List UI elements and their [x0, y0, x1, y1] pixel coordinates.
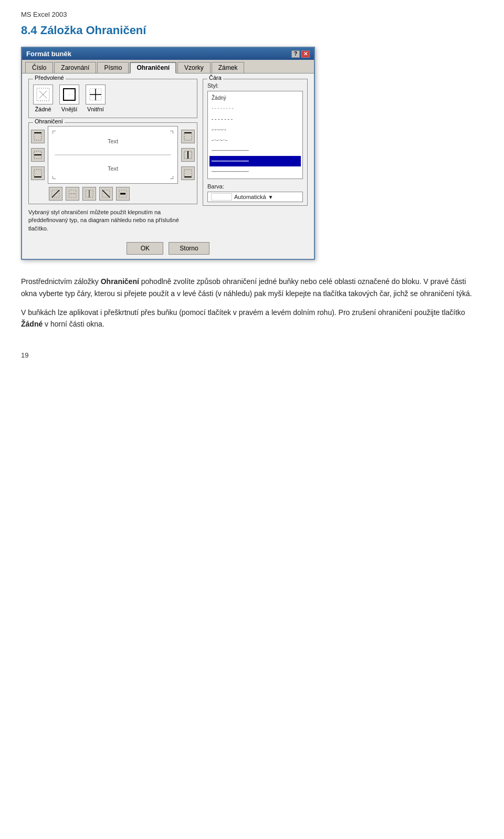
styl-label: Styl: [207, 82, 303, 89]
style-double[interactable]: ────────── [209, 166, 301, 177]
tab-vzorky[interactable]: Vzorky [177, 62, 211, 73]
titlebar-controls: ? ✕ [291, 50, 310, 58]
dialog-content-row: Předvolené [28, 79, 308, 233]
preview-hline [55, 155, 171, 155]
style-zadny[interactable]: Žádný [209, 93, 301, 103]
border-btn-thick[interactable] [116, 187, 130, 201]
dialog-screenshot: Formát buněk ? ✕ Číslo Zarovnání Písmo O… [21, 47, 483, 260]
preset-zadne-icon [33, 85, 53, 104]
preview-text-top: Text [108, 138, 118, 144]
dropdown-arrow-icon: ▼ [268, 194, 274, 200]
preview-text-bottom: Text [108, 165, 118, 172]
border-btn-bottom-right[interactable] [181, 166, 195, 180]
svg-rect-3 [64, 89, 75, 100]
svg-line-31 [102, 190, 110, 197]
barva-label: Barva: [207, 183, 224, 190]
border-btn-diag-tr[interactable] [99, 187, 113, 201]
dialog-body: Předvolené [22, 74, 314, 238]
close-button[interactable]: ✕ [301, 50, 310, 58]
ok-button[interactable]: OK [127, 242, 163, 255]
preset-vnitrni-label: Vnitřní [87, 106, 104, 112]
section-heading: 8.4 Záložka Ohraničení [21, 24, 483, 37]
panel-right: Čára Styl: Žádný · · · · · · · · - - - -… [203, 79, 308, 233]
tab-zamek[interactable]: Zámek [212, 62, 245, 73]
svg-rect-14 [34, 170, 41, 177]
corner-br [170, 176, 173, 179]
dialog-title: Formát buněk [26, 50, 71, 58]
help-button[interactable]: ? [291, 50, 300, 58]
border-btn-dotted[interactable] [66, 187, 79, 201]
predefined-label: Předvolené [33, 75, 66, 81]
tab-zarovnani[interactable]: Zarovnání [54, 62, 96, 73]
svg-rect-9 [34, 133, 41, 140]
ohraniceni-content: Text Text [31, 126, 195, 184]
bottom-border-btns [31, 187, 195, 201]
page-number: 19 [21, 351, 483, 359]
ohraniceni-group-label: Ohraničení [33, 118, 65, 124]
style-dots1[interactable]: · · · · · · · · [209, 103, 301, 114]
note-text: Vybraný styl ohraničení můžete použít kl… [28, 208, 197, 233]
app-title: MS Excel 2003 [21, 11, 483, 18]
color-swatch [211, 193, 232, 201]
style-solid[interactable]: ────────── [209, 145, 301, 156]
color-row: Barva: [207, 183, 303, 190]
right-border-btns [181, 126, 195, 184]
dialog-tabs: Číslo Zarovnání Písmo Ohraničení Vzorky … [22, 60, 314, 74]
style-dashdot[interactable]: -·-·-·-·- [209, 124, 301, 135]
tab-cislo[interactable]: Číslo [25, 62, 53, 73]
preset-vnejsi-icon [59, 85, 79, 104]
tab-ohraniceni[interactable]: Ohraničení [130, 62, 176, 74]
border-btn-top-left[interactable] [31, 130, 45, 143]
border-btn-middle-left[interactable] [31, 148, 45, 162]
border-btn-top-right[interactable] [181, 130, 195, 143]
svg-line-25 [52, 190, 59, 197]
style-thick[interactable]: ══════════ [209, 156, 301, 166]
border-btn-diag-bl[interactable] [49, 187, 62, 201]
dialog-titlebar: Formát buněk ? ✕ [22, 48, 314, 60]
border-preview[interactable]: Text Text [48, 126, 178, 184]
border-btn-outer[interactable] [82, 187, 96, 201]
border-btn-middle-right[interactable] [181, 148, 195, 162]
color-dropdown[interactable]: Automatická ▼ [207, 192, 303, 202]
preset-vnitrni[interactable]: Vnitřní [86, 85, 106, 112]
border-btn-bottom-left[interactable] [31, 166, 45, 180]
preset-vnitrni-icon [86, 85, 106, 104]
bold-zadne: Žádné [21, 320, 43, 328]
cancel-button[interactable]: Storno [169, 242, 209, 255]
bold-ohraniceni: Ohraničení [101, 277, 139, 286]
cara-label: Čára [207, 75, 223, 81]
style-dashdotdot[interactable]: -··-··-··- [209, 135, 301, 145]
svg-rect-21 [184, 170, 192, 177]
corner-bl [52, 176, 56, 179]
preset-vnejsi[interactable]: Vnější [59, 85, 79, 112]
svg-rect-16 [184, 133, 192, 140]
corner-tl [52, 131, 56, 134]
left-border-btns [31, 126, 45, 184]
preset-vnejsi-label: Vnější [61, 106, 78, 112]
predefined-row: Žádné [33, 82, 193, 114]
preset-zadne[interactable]: Žádné [33, 85, 53, 112]
dialog-box: Formát buněk ? ✕ Číslo Zarovnání Písmo O… [21, 47, 315, 260]
cara-group: Čára Styl: Žádný · · · · · · · · - - - -… [203, 79, 308, 206]
predefined-group: Předvolené [28, 79, 197, 118]
panel-left: Předvolené [28, 79, 197, 233]
style-dash1[interactable]: - - - - - - - [209, 114, 301, 124]
style-list[interactable]: Žádný · · · · · · · · - - - - - - - -·-·… [207, 91, 303, 179]
body-paragraph-1: Prostřednictvím záložky Ohraničení pohod… [21, 276, 483, 299]
ohraniceni-group: Ohraničení [28, 122, 197, 204]
tab-pismo[interactable]: Písmo [97, 62, 129, 73]
body-paragraph-2: V buňkách lze aplikovat i přeškrtnutí př… [21, 307, 483, 330]
color-value: Automatická [234, 194, 266, 200]
corner-tr [170, 131, 173, 134]
dialog-buttons: OK Storno [22, 238, 314, 259]
preset-zadne-label: Žádné [35, 106, 51, 112]
